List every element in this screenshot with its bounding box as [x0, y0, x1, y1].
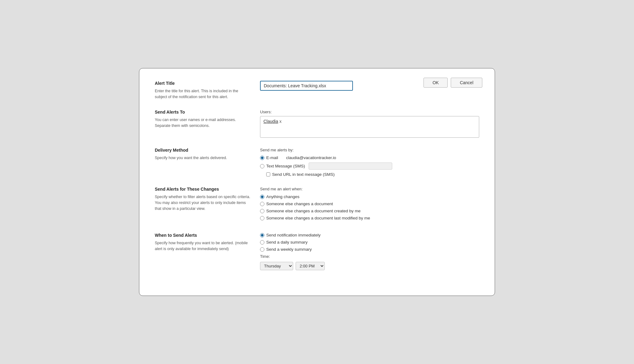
when-to-send-content: Send notification immediately Send a dai…	[260, 233, 479, 270]
change-anything-row: Anything changes	[260, 194, 479, 199]
users-field-label: Users:	[260, 110, 479, 114]
alert-title-heading: Alert Title	[155, 81, 251, 86]
send-url-checkbox-row: Send URL in text message (SMS)	[266, 172, 479, 177]
time-select[interactable]: 8:00 AM9:00 AM10:00 AM11:00 AM12:00 PM1:…	[296, 262, 325, 270]
send-url-checkbox[interactable]	[266, 172, 270, 176]
when-to-send-label-area: When to Send Alerts Specify how frequent…	[155, 233, 260, 270]
sms-radio-row: Text Message (SMS)	[260, 162, 479, 170]
alert-title-description: Enter the title for this alert. This is …	[155, 88, 251, 100]
send-alerts-to-section: Send Alerts To You can enter user names …	[155, 110, 479, 138]
email-address: claudia@vacationtracker.io	[286, 155, 336, 160]
send-daily-radio[interactable]	[260, 240, 264, 245]
sms-radio-label: Text Message (SMS)	[266, 164, 305, 168]
change-anything-label: Anything changes	[266, 194, 299, 199]
delivery-method-section: Delivery Method Specify how you want the…	[155, 148, 479, 177]
alert-changes-label-area: Send Alerts for These Changes Specify wh…	[155, 187, 260, 223]
send-daily-label: Send a daily summary	[266, 240, 308, 245]
delivery-method-heading: Delivery Method	[155, 148, 251, 153]
delivery-method-label-area: Delivery Method Specify how you want the…	[155, 148, 260, 177]
change-created-radio[interactable]	[260, 209, 264, 213]
send-weekly-radio[interactable]	[260, 247, 264, 252]
when-to-send-heading: When to Send Alerts	[155, 233, 251, 238]
send-by-label: Send me alerts by:	[260, 148, 479, 152]
users-field[interactable]: Claudia x	[260, 116, 479, 138]
email-radio-label: E-mail	[266, 155, 278, 160]
alert-title-input[interactable]	[260, 81, 353, 91]
send-daily-row: Send a daily summary	[260, 240, 479, 245]
send-weekly-label: Send a weekly summary	[266, 247, 312, 252]
alert-settings-dialog: OK Cancel Alert Title Enter the title fo…	[139, 68, 495, 296]
send-url-label: Send URL in text message (SMS)	[272, 172, 335, 177]
send-immediately-label: Send notification immediately	[266, 233, 321, 237]
change-someone-doc-row: Someone else changes a document	[260, 202, 479, 206]
send-alerts-to-content: Users: Claudia x	[260, 110, 479, 138]
alert-title-label-area: Alert Title Enter the title for this ale…	[155, 81, 260, 100]
send-weekly-row: Send a weekly summary	[260, 247, 479, 252]
user-tag: Claudia x	[263, 119, 281, 124]
change-someone-doc-radio[interactable]	[260, 202, 264, 206]
email-radio[interactable]	[260, 156, 264, 160]
alert-changes-section: Send Alerts for These Changes Specify wh…	[155, 187, 479, 223]
change-modified-row: Someone else changes a document last mod…	[260, 216, 479, 220]
send-alerts-to-heading: Send Alerts To	[155, 110, 251, 115]
alert-changes-content: Send me an alert when: Anything changes …	[260, 187, 479, 223]
send-immediately-row: Send notification immediately	[260, 233, 479, 237]
send-immediately-radio[interactable]	[260, 233, 264, 237]
delivery-method-content: Send me alerts by: E-mail claudia@vacati…	[260, 148, 479, 177]
when-to-send-section: When to Send Alerts Specify how frequent…	[155, 233, 479, 270]
sms-input[interactable]	[309, 162, 392, 170]
alert-changes-description: Specify whether to filter alerts based o…	[155, 194, 251, 211]
change-created-label: Someone else changes a document created …	[266, 209, 361, 213]
sms-radio[interactable]	[260, 164, 264, 168]
email-radio-row: E-mail claudia@vacationtracker.io	[260, 155, 479, 160]
ok-button[interactable]: OK	[423, 78, 448, 88]
when-to-send-description: Specify how frequently you want to be al…	[155, 240, 251, 252]
time-row: SundayMondayTuesdayWednesdayThursdayFrid…	[260, 262, 479, 270]
change-someone-doc-label: Someone else changes a document	[266, 202, 333, 206]
cancel-button[interactable]: Cancel	[451, 78, 482, 88]
day-select[interactable]: SundayMondayTuesdayWednesdayThursdayFrid…	[260, 262, 293, 270]
time-label: Time:	[260, 254, 479, 259]
change-anything-radio[interactable]	[260, 195, 264, 199]
send-alerts-to-description: You can enter user names or e-mail addre…	[155, 117, 251, 129]
change-modified-label: Someone else changes a document last mod…	[266, 216, 370, 220]
send-alerts-to-label-area: Send Alerts To You can enter user names …	[155, 110, 260, 138]
change-created-row: Someone else changes a document created …	[260, 209, 479, 213]
alert-when-label: Send me an alert when:	[260, 187, 479, 191]
alert-changes-heading: Send Alerts for These Changes	[155, 187, 251, 192]
dialog-header-buttons: OK Cancel	[423, 78, 482, 88]
delivery-method-description: Specify how you want the alerts delivere…	[155, 155, 251, 161]
change-modified-radio[interactable]	[260, 216, 264, 220]
user-remove-button[interactable]: x	[279, 119, 281, 124]
user-name: Claudia	[263, 119, 278, 124]
